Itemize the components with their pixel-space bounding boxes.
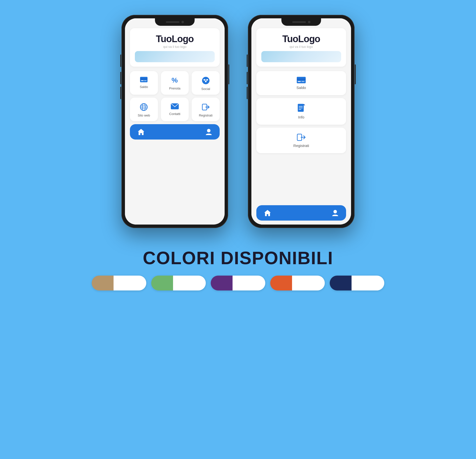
svg-text:%: % [172,77,178,84]
login-icon-right [297,133,306,142]
profile-icon-left[interactable] [205,128,212,136]
home-icon-left[interactable] [137,128,145,135]
phone-left-notch [155,18,195,26]
swatch-beige-color [92,276,114,290]
phone-right: TuoLogo qui va il tuo logo [248,15,355,228]
swatch-navy-color [330,276,352,290]
logo-subtitle-left: qui va il tuo logo [135,45,215,49]
svg-rect-2 [141,80,144,81]
menu-item-sitoweb[interactable]: Sito web [130,98,158,121]
colors-title: COLORI DISPONIBILI [143,248,333,268]
svg-rect-26 [301,81,304,82]
svg-marker-34 [264,210,271,216]
notch-camera [181,21,184,23]
bottom-nav-right [256,205,346,221]
menu-item-registrati[interactable]: Registrati [192,98,220,121]
logo-gradient-right [261,51,341,62]
svg-point-22 [207,129,210,132]
logo-section-left: TuoLogo qui va il tuo logo [130,28,220,67]
globe-icon [140,103,148,111]
menu-item-saldo-label: Saldo [140,85,148,89]
svg-point-6 [202,77,209,84]
mail-icon [171,103,179,110]
menu-list-saldo-label: Saldo [297,86,306,90]
logo-title-left: TuoLogo [135,34,215,44]
home-icon-right[interactable] [264,209,271,216]
swatch-orange-white [292,276,325,290]
svg-marker-28 [304,104,305,105]
svg-rect-3 [144,80,147,81]
swatch-navy [330,276,384,290]
notch-speaker-right [292,21,306,23]
swatch-green [151,276,206,290]
profile-icon-right[interactable] [332,209,339,217]
menu-list-info-label: Info [298,115,304,119]
svg-rect-30 [299,108,303,108]
swatch-beige-white [114,276,146,290]
svg-marker-21 [138,129,144,135]
logo-section-right: TuoLogo qui va il tuo logo [256,28,346,67]
phone-right-notch [281,18,321,26]
bottom-nav-left [130,124,220,140]
colors-section: COLORI DISPONIBILI [92,248,384,290]
document-icon [297,104,305,113]
swatch-orange-color [270,276,292,290]
swatch-orange [270,276,325,290]
phone-right-inner: TuoLogo qui va il tuo logo [251,18,351,225]
menu-grid-left: Saldo % Prenota [130,71,220,121]
swatch-beige [92,276,146,290]
menu-list-item-info[interactable]: Info [256,98,346,125]
menu-list-item-saldo[interactable]: Saldo [256,71,346,95]
login-icon [202,103,210,111]
logo-gradient-left [135,51,215,62]
svg-rect-1 [140,78,148,80]
phone-left-content: TuoLogo qui va il tuo logo [125,18,225,225]
phone-left-inner: TuoLogo qui va il tuo logo [125,18,225,225]
svg-rect-25 [298,81,301,82]
swatch-navy-white [352,276,384,290]
menu-item-sitoweb-label: Sito web [138,114,150,117]
menu-item-social-label: Social [201,87,210,91]
menu-item-contatti-label: Contatti [169,112,180,116]
color-swatches [92,276,384,290]
phone-left: TuoLogo qui va il tuo logo [121,15,228,228]
svg-rect-29 [299,106,303,107]
notch-camera-right [308,21,310,23]
svg-rect-31 [299,109,301,110]
menu-item-saldo[interactable]: Saldo [130,71,158,95]
logo-subtitle-right: qui va il tuo logo [261,45,341,49]
swatch-green-white [173,276,206,290]
swatch-purple-white [233,276,265,290]
credit-card-icon [140,77,148,83]
menu-item-prenota-label: Prenota [169,86,180,90]
menu-item-prenota[interactable]: % Prenota [161,71,189,95]
notch-speaker [166,21,179,23]
menu-list-right: Saldo Info [256,71,346,153]
menu-item-contatti[interactable]: Contatti [161,98,189,121]
swatch-green-color [151,276,173,290]
menu-item-social[interactable]: Social [192,71,220,95]
menu-list-registrati-label: Registrati [293,143,309,148]
phones-row: TuoLogo qui va il tuo logo [121,15,355,228]
svg-rect-24 [297,79,306,80]
menu-list-item-registrati[interactable]: Registrati [256,128,346,153]
credit-card-icon-right [297,77,306,84]
svg-point-35 [333,210,337,213]
logo-title-right: TuoLogo [261,34,341,44]
social-icon [202,77,210,85]
percent-icon: % [171,77,178,84]
swatch-purple-color [211,276,233,290]
swatch-purple [211,276,265,290]
phone-right-content: TuoLogo qui va il tuo logo [251,18,351,225]
menu-item-registrati-label: Registrati [199,114,212,117]
